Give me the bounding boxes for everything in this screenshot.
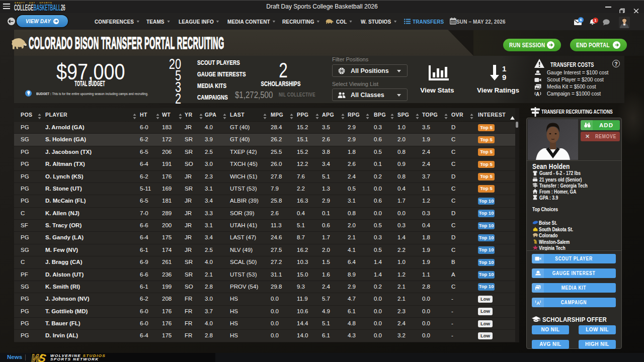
svg-text:9: 9 xyxy=(502,73,506,81)
svg-text:A: A xyxy=(536,92,539,97)
svg-text:1: 1 xyxy=(502,65,506,73)
